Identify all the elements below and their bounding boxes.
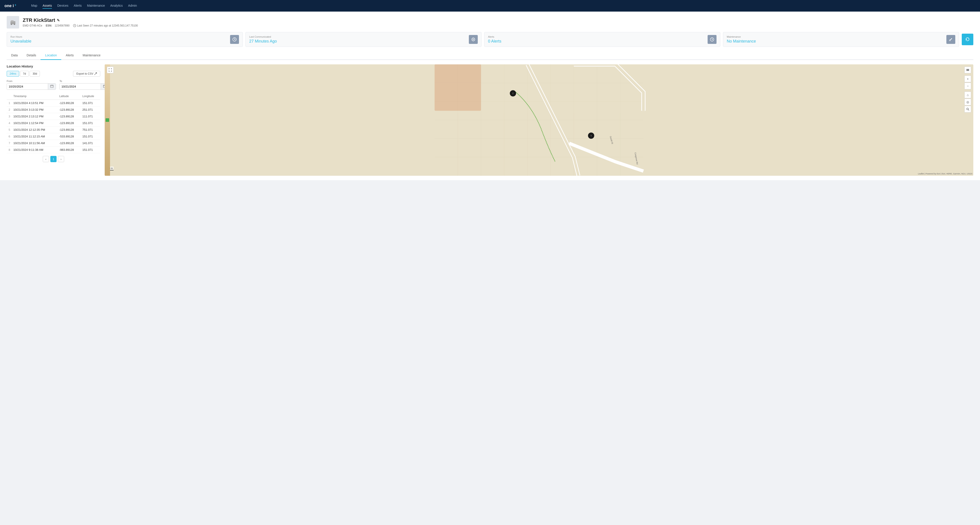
map-controls: + − ⌂ ◎ [964, 67, 971, 113]
filter-7d[interactable]: 7d [20, 71, 29, 76]
svg-line-46 [968, 110, 969, 110]
map-home-button[interactable]: ⌂ [964, 92, 971, 98]
map-container: Gould St Cosgrove Rd ↑ ↑ + − ⌂ [105, 64, 973, 176]
row-lon: 151.071 [81, 100, 100, 107]
nav-devices[interactable]: Devices [57, 3, 68, 9]
row-lon: 151.071 [81, 120, 100, 127]
nav-maintenance[interactable]: Maintenance [87, 3, 105, 9]
asset-meta: EMD GT46-ACe ESN: 1234567890 Last Seen 2… [23, 24, 138, 27]
row-lon: 151.071 [81, 146, 100, 153]
svg-point-3 [14, 24, 15, 25]
tab-details[interactable]: Details [22, 51, 41, 60]
svg-rect-1 [11, 20, 14, 22]
row-num: 6 [7, 133, 12, 140]
map-marker-1[interactable]: ↑ [510, 90, 516, 97]
logo: one i³ [5, 3, 24, 8]
svg-rect-44 [966, 70, 969, 71]
row-lon: 751.071 [81, 127, 100, 133]
nav-map[interactable]: Map [31, 3, 37, 9]
from-date-field: From [7, 80, 56, 90]
row-timestamp: 10/21/2024 1:12:54 PM [12, 120, 58, 127]
map-zoom-out-button[interactable]: − [964, 83, 971, 89]
filter-row: 24hrs 7d 30d Export to CSV [7, 71, 100, 76]
nav-assets[interactable]: Assets [43, 3, 52, 9]
col-longitude: Longitude [81, 93, 100, 100]
svg-rect-17 [51, 85, 53, 88]
stat-alerts-icon [708, 35, 716, 44]
tab-data[interactable]: Data [7, 51, 22, 60]
map-marker-2[interactable]: ↑ [588, 132, 594, 139]
row-lat: -123.89128 [58, 120, 81, 127]
pagination: ‹ 1 › [7, 156, 100, 162]
to-date-input[interactable] [60, 84, 101, 89]
asset-header: ZTR KickStart ✎ EMD GT46-ACe ESN: 123456… [7, 16, 973, 29]
stat-maintenance: Maintenance No Maintenance [723, 32, 959, 47]
row-lat: -533.89128 [58, 133, 81, 140]
time-filter-buttons: 24hrs 7d 30d [7, 71, 40, 76]
stat-alerts: Alerts 0 Alerts [484, 32, 720, 47]
filter-24hrs[interactable]: 24hrs [7, 71, 19, 76]
row-lon: 141.071 [81, 140, 100, 146]
stat-last-comm-icon [469, 35, 478, 44]
row-num: 3 [7, 113, 12, 120]
export-csv-button[interactable]: Export to CSV [73, 71, 100, 76]
map-zoom-in-button[interactable]: + [964, 75, 971, 82]
stat-run-hours-icon [230, 35, 239, 44]
location-section: Location History 24hrs 7d 30d Export to … [7, 64, 973, 176]
pagination-current[interactable]: 1 [50, 156, 57, 162]
from-calendar-button[interactable] [48, 84, 56, 89]
map-fullscreen-button[interactable] [107, 67, 114, 73]
row-lat: -123.89128 [58, 113, 81, 120]
nav-analytics[interactable]: Analytics [110, 3, 123, 9]
section-title: Location History [7, 64, 100, 68]
stat-last-communicated: Last Communicated 27 Minutes Ago [245, 32, 482, 47]
row-num: 4 [7, 120, 12, 127]
table-row: 3 10/21/2024 2:13:12 PM -123.89128 111.0… [7, 113, 100, 120]
pagination-prev[interactable]: ‹ [43, 156, 49, 162]
table-row: 7 10/21/2024 10:11:56 AM -123.89128 141.… [7, 140, 100, 146]
asset-model: EMD GT46-ACe [23, 24, 42, 27]
refresh-button[interactable] [962, 33, 973, 45]
row-timestamp: 10/21/2024 4:13:51 PM [12, 100, 58, 107]
row-lat: -123.89128 [58, 107, 81, 113]
svg-point-16 [950, 40, 951, 41]
row-timestamp: 10/21/2024 3:13:32 PM [12, 107, 58, 113]
map-location-button[interactable]: ◎ [964, 99, 971, 105]
row-timestamp: 10/21/2024 11:12:15 AM [12, 133, 58, 140]
location-panel: Location History 24hrs 7d 30d Export to … [7, 64, 100, 176]
map-attribution: Leaflet | Powered by Esri | Esri, HERE, … [918, 173, 972, 175]
nav-alerts[interactable]: Alerts [74, 3, 82, 9]
asset-info: ZTR KickStart ✎ EMD GT46-ACe ESN: 123456… [23, 18, 138, 27]
col-latitude: Latitude [58, 93, 81, 100]
asset-esn: ESN: 1234567890 [46, 24, 70, 27]
table-row: 6 10/21/2024 11:12:15 AM -533.89128 151.… [7, 133, 100, 140]
main-content: ZTR KickStart ✎ EMD GT46-ACe ESN: 123456… [0, 11, 980, 180]
tab-alerts[interactable]: Alerts [61, 51, 78, 60]
map-search-button[interactable] [964, 106, 971, 113]
from-date-input[interactable] [7, 84, 48, 89]
tabs: Data Details Location Alerts Maintenance [7, 51, 973, 60]
map-green-indicator[interactable] [106, 118, 109, 122]
map-layers-button[interactable] [964, 67, 971, 73]
row-lon: 151.071 [81, 133, 100, 140]
svg-rect-39 [434, 64, 481, 111]
svg-rect-12 [474, 39, 474, 40]
row-lon: 251.071 [81, 107, 100, 113]
edit-icon[interactable]: ✎ [57, 18, 60, 22]
svg-rect-43 [966, 70, 969, 70]
svg-rect-10 [472, 38, 475, 41]
row-timestamp: 10/21/2024 2:13:12 PM [12, 113, 58, 120]
row-lon: 111.071 [81, 113, 100, 120]
pagination-next[interactable]: › [58, 156, 64, 162]
col-num [7, 93, 12, 100]
row-num: 7 [7, 140, 12, 146]
tab-location[interactable]: Location [41, 51, 61, 60]
filter-30d[interactable]: 30d [30, 71, 40, 76]
stat-run-hours: Run Hours Unavailable [7, 32, 243, 47]
tab-maintenance[interactable]: Maintenance [78, 51, 105, 60]
row-num: 2 [7, 107, 12, 113]
nav-admin[interactable]: Admin [128, 3, 137, 9]
nav-links: Map Assets Devices Alerts Maintenance An… [31, 3, 137, 9]
svg-point-2 [11, 24, 12, 25]
row-num: 1 [7, 100, 12, 107]
